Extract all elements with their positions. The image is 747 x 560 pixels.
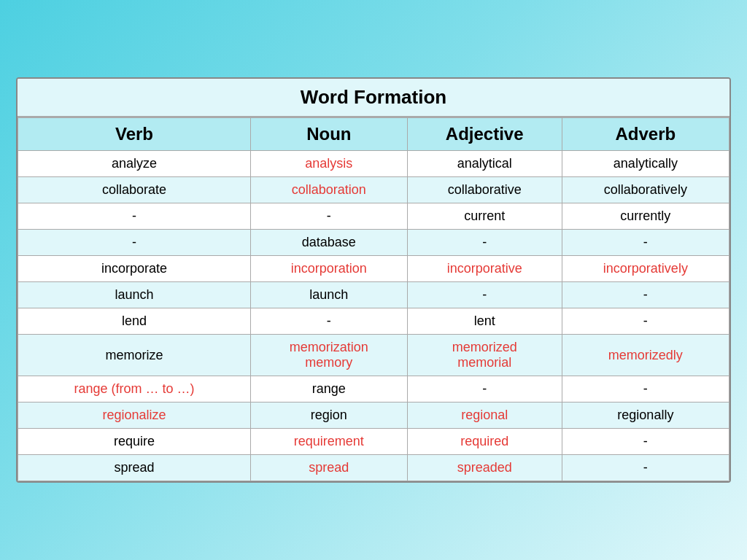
cell-verb: memorize (18, 335, 251, 376)
cell-noun: - (251, 308, 408, 335)
cell-noun: requirement (251, 429, 408, 455)
cell-noun: database (251, 230, 408, 256)
word-formation-table: Word Formation Verb Noun Adjective Adver… (16, 77, 731, 483)
cell-adverb: - (562, 429, 729, 455)
cell-verb: require (18, 429, 251, 455)
cell-noun: analysis (251, 151, 408, 177)
cell-adverb: regionally (562, 402, 729, 429)
table-row: -database-- (18, 230, 729, 256)
table-title: Word Formation (18, 79, 729, 117)
cell-verb: range (from … to …) (18, 376, 251, 402)
header-adverb: Adverb (562, 118, 729, 151)
cell-noun: range (251, 376, 408, 402)
cell-adjective: - (407, 376, 562, 402)
cell-verb: lend (18, 308, 251, 335)
cell-adverb: - (562, 308, 729, 335)
cell-adverb: memorizedly (562, 335, 729, 376)
header-row: Verb Noun Adjective Adverb (18, 118, 729, 151)
cell-verb: - (18, 230, 251, 256)
table-row: requirerequirementrequired- (18, 429, 729, 455)
table-row: collaboratecollaborationcollaborativecol… (18, 177, 729, 203)
table-row: lend-lent- (18, 308, 729, 335)
table-row: --currentcurrently (18, 203, 729, 230)
cell-adjective: current (407, 203, 562, 230)
cell-noun: incorporation (251, 256, 408, 282)
cell-adverb: - (562, 455, 729, 481)
cell-adjective: lent (407, 308, 562, 335)
cell-adverb: - (562, 282, 729, 308)
header-verb: Verb (18, 118, 251, 151)
header-noun: Noun (251, 118, 408, 151)
cell-verb: - (18, 203, 251, 230)
cell-noun: collaboration (251, 177, 408, 203)
cell-verb: regionalize (18, 402, 251, 429)
cell-noun: launch (251, 282, 408, 308)
cell-noun: spread (251, 455, 408, 481)
header-adjective: Adjective (407, 118, 562, 151)
table-row: launchlaunch-- (18, 282, 729, 308)
cell-adverb: analytically (562, 151, 729, 177)
cell-adverb: collaboratively (562, 177, 729, 203)
cell-adjective: - (407, 230, 562, 256)
cell-noun: - (251, 203, 408, 230)
table-row: memorizememorizationmemorymemorizedmemor… (18, 335, 729, 376)
cell-noun: memorizationmemory (251, 335, 408, 376)
table-row: regionalizeregionregionalregionally (18, 402, 729, 429)
cell-adjective: analytical (407, 151, 562, 177)
cell-noun: region (251, 402, 408, 429)
cell-adjective: regional (407, 402, 562, 429)
table-row: range (from … to …)range-- (18, 376, 729, 402)
table-row: spreadspreadspreaded- (18, 455, 729, 481)
cell-adverb: - (562, 230, 729, 256)
cell-adverb: incorporatively (562, 256, 729, 282)
cell-adjective: required (407, 429, 562, 455)
cell-verb: spread (18, 455, 251, 481)
cell-adjective: incorporative (407, 256, 562, 282)
cell-adjective: memorizedmemorial (407, 335, 562, 376)
cell-verb: analyze (18, 151, 251, 177)
table-row: incorporateincorporationincorporativeinc… (18, 256, 729, 282)
cell-verb: incorporate (18, 256, 251, 282)
cell-adjective: spreaded (407, 455, 562, 481)
cell-adverb: currently (562, 203, 729, 230)
cell-verb: collaborate (18, 177, 251, 203)
cell-adjective: - (407, 282, 562, 308)
cell-verb: launch (18, 282, 251, 308)
table-row: analyzeanalysisanalyticalanalytically (18, 151, 729, 177)
cell-adjective: collaborative (407, 177, 562, 203)
cell-adverb: - (562, 376, 729, 402)
